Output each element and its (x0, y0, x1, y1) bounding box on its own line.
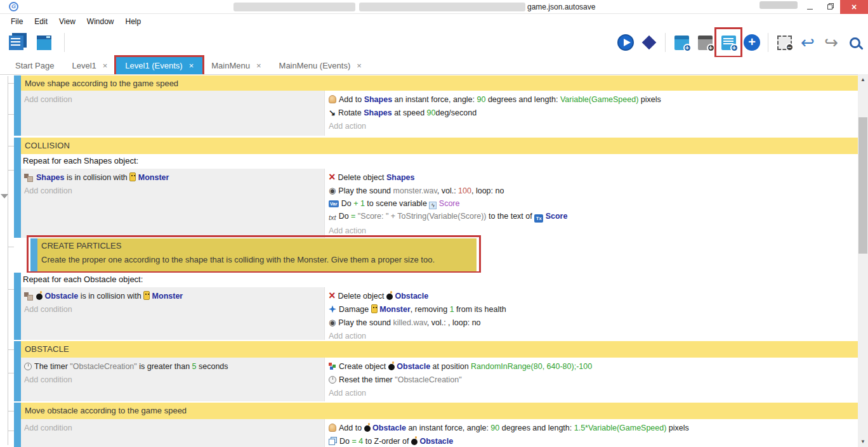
foreach-event[interactable]: Repeat for each Obstacle object: Obstacl… (14, 273, 858, 340)
comment-event[interactable]: Move shape according to the game speed (14, 75, 858, 91)
action-row[interactable]: Delete object Obstacle (329, 289, 858, 302)
action-row[interactable]: Play the sound monster.wav, vol.: 100, l… (329, 184, 858, 197)
event-selection-bar[interactable] (14, 358, 21, 401)
menu-view[interactable]: View (53, 17, 81, 26)
add-condition-button[interactable]: Add condition (24, 373, 324, 386)
conditions-column[interactable]: Add condition (21, 91, 324, 136)
add-condition-button[interactable]: Add condition (24, 421, 324, 434)
event-selection-bar[interactable] (14, 419, 21, 447)
tab-level1[interactable]: Level1× (63, 57, 116, 74)
comment-title[interactable]: CREATE PARTICLES (41, 241, 477, 250)
actions-column[interactable]: Add to Obstacle an instant force, angle:… (324, 419, 858, 447)
add-condition-button[interactable]: Add condition (24, 302, 324, 316)
action-row[interactable]: Damage Monster, removing 1 from its heal… (329, 302, 858, 316)
add-event-icon[interactable]: + (672, 32, 691, 53)
debug-icon[interactable] (640, 32, 659, 53)
actions-column[interactable]: Create object Obstacle at position Rando… (324, 358, 858, 401)
actions-column[interactable]: Delete object Obstacle Damage Monster, r… (324, 287, 858, 340)
event-selection-bar[interactable] (14, 154, 21, 238)
condition-row[interactable]: Shapes is in collision with Monster (24, 171, 324, 184)
close-button[interactable]: × (840, 0, 868, 14)
comment-event-selected[interactable]: CREATE PARTICLES Create the proper one a… (30, 238, 477, 272)
close-tab-icon[interactable]: × (103, 61, 108, 70)
conditions-column[interactable]: Add condition (21, 419, 324, 447)
event-selection-bar[interactable] (14, 91, 21, 136)
search-icon[interactable] (845, 32, 864, 53)
conditions-column[interactable]: The timer "ObstacleCreation" is greater … (21, 358, 324, 401)
group-title[interactable]: OBSTACLE (21, 341, 858, 358)
menu-help[interactable]: Help (120, 17, 147, 26)
group-event[interactable]: OBSTACLE (14, 341, 858, 358)
group-event[interactable]: COLLISION (14, 138, 858, 154)
menu-edit[interactable]: Edit (29, 17, 53, 26)
event-selection-bar[interactable] (14, 75, 21, 91)
add-action-button[interactable]: Add action (329, 386, 858, 399)
foreach-header[interactable]: Repeat for each Obstacle object: (21, 273, 858, 287)
menu-window[interactable]: Window (81, 17, 120, 26)
standard-event[interactable]: The timer "ObstacleCreation" is greater … (14, 358, 858, 401)
bomb-icon (388, 364, 395, 370)
action-row[interactable]: Do = 4 to Z-order of Obstacle (329, 434, 858, 447)
add-condition-button[interactable]: Add condition (24, 93, 324, 106)
action-text: Delete object Shapes (338, 173, 415, 182)
action-row[interactable]: Do + 1 to scene variable Score (329, 197, 858, 211)
comment-description[interactable]: Create the proper one according to the s… (41, 255, 477, 264)
add-action-button[interactable]: Add action (329, 224, 858, 237)
action-text: Delete object Obstacle (338, 292, 429, 301)
condition-row[interactable]: The timer "ObstacleCreation" is greater … (24, 360, 324, 373)
action-row[interactable]: Add to Shapes an instant force, angle: 9… (329, 93, 858, 106)
tab-start-page[interactable]: Start Page (6, 57, 63, 74)
project-manager-icon[interactable] (6, 32, 25, 53)
add-condition-button[interactable]: Add condition (24, 184, 324, 197)
actions-column[interactable]: Delete object Shapes Play the sound mons… (324, 169, 858, 238)
scene-editor-icon[interactable] (34, 32, 53, 53)
action-row[interactable]: Rotate Shapes at speed 90deg/second (329, 106, 858, 119)
action-row[interactable]: Do = "Score: " + ToString(Variable(Score… (329, 211, 858, 224)
add-comment-icon[interactable]: + (719, 32, 738, 53)
delete-event-icon[interactable]: – (775, 32, 794, 53)
close-tab-icon[interactable]: × (357, 61, 362, 70)
close-tab-icon[interactable]: × (189, 61, 194, 70)
play-icon[interactable] (616, 32, 635, 53)
comment-event[interactable]: Move obstacle according to the game spee… (14, 403, 858, 419)
menu-file[interactable]: File (5, 17, 29, 26)
comment-text[interactable]: Move shape according to the game speed (21, 75, 858, 91)
add-action-button[interactable]: Add action (329, 329, 858, 342)
foreach-header[interactable]: Repeat for each Shapes object: (21, 154, 858, 169)
event-selection-bar[interactable] (14, 403, 21, 419)
action-row[interactable]: Delete object Shapes (329, 171, 858, 184)
add-other-event-icon[interactable]: + (742, 32, 761, 53)
event-selection-bar[interactable] (14, 273, 21, 340)
collapse-arrow-icon[interactable] (1, 194, 8, 198)
action-row[interactable]: Reset the timer "ObstacleCreation" (329, 373, 858, 386)
action-row[interactable]: Add to Obstacle an instant force, angle:… (329, 421, 858, 434)
scroll-down-icon[interactable]: ▼ (858, 436, 868, 447)
foreach-event[interactable]: Repeat for each Shapes object: Shapes is… (14, 154, 858, 238)
standard-event[interactable]: Add condition Add to Shapes an instant f… (14, 91, 858, 136)
action-row[interactable]: Play the sound killed.wav, vol.: , loop:… (329, 316, 858, 329)
action-row[interactable]: Create object Obstacle at position Rando… (329, 360, 858, 373)
event-selection-bar[interactable] (14, 138, 21, 154)
scrollbar-thumb[interactable] (858, 117, 867, 254)
minimize-button[interactable] (799, 0, 820, 14)
tab-mainmenu[interactable]: MainMenu× (202, 57, 270, 74)
add-subevent-icon[interactable]: + (695, 32, 714, 53)
close-tab-icon[interactable]: × (256, 61, 261, 70)
actions-column[interactable]: Add to Shapes an instant force, angle: 9… (324, 91, 858, 136)
standard-event[interactable]: Add condition Add to Obstacle an instant… (14, 419, 858, 447)
event-selection-bar[interactable] (14, 341, 21, 358)
maximize-button[interactable] (820, 0, 840, 14)
tab-mainmenu-events[interactable]: MainMenu (Events)× (270, 57, 371, 74)
scroll-up-icon[interactable]: ▲ (858, 74, 868, 85)
conditions-column[interactable]: Shapes is in collision with Monster Add … (21, 169, 324, 238)
group-title[interactable]: COLLISION (21, 138, 858, 154)
add-action-button[interactable]: Add action (329, 119, 858, 133)
undo-icon[interactable]: ↩ (798, 32, 817, 53)
tab-level1-events[interactable]: Level1 (Events)× (116, 57, 202, 74)
vertical-scrollbar[interactable]: ▲ ▼ (858, 74, 868, 447)
redo-icon[interactable]: ↪ (822, 32, 841, 53)
condition-row[interactable]: Obstacle is in collision with Monster (24, 289, 324, 302)
conditions-column[interactable]: Obstacle is in collision with Monster Ad… (21, 287, 324, 340)
event-selection-bar[interactable] (30, 238, 37, 272)
comment-text[interactable]: Move obstacle according to the game spee… (21, 403, 858, 419)
